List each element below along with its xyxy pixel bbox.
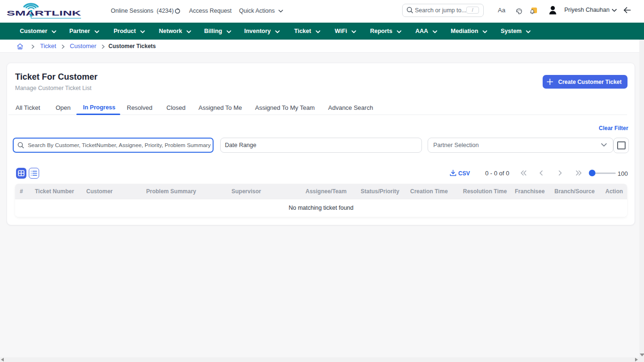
- svg-text:SMARTLINK: SMARTLINK: [7, 9, 82, 17]
